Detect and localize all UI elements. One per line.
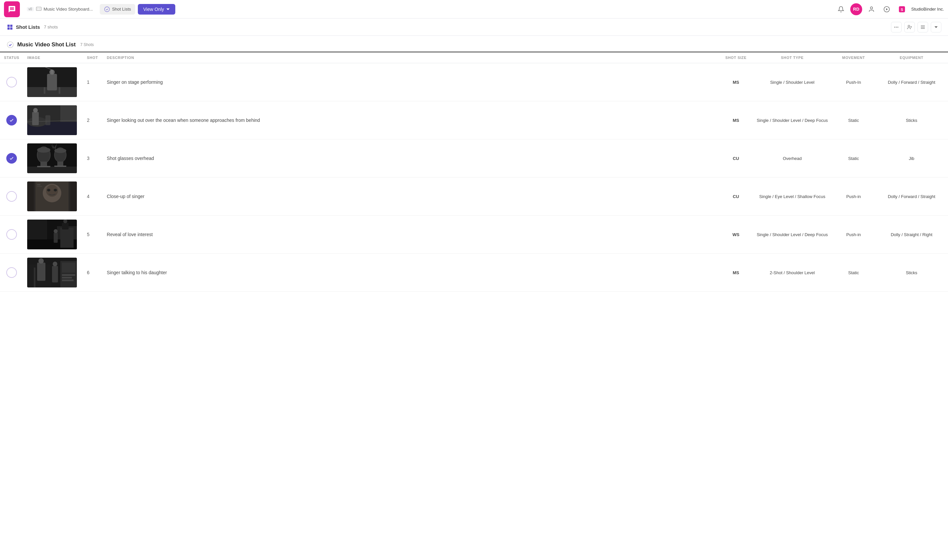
status-completed[interactable] xyxy=(6,153,17,164)
shots-table: STATUS IMAGE SHOT DESCRIPTION SHOT SIZE … xyxy=(0,52,948,292)
cell-equipment: Sticks xyxy=(875,102,948,139)
shot-list-count: 7 Shots xyxy=(80,42,94,47)
shot-list-name: Music Video Shot List xyxy=(17,42,76,48)
cell-shot-number: 2 xyxy=(83,102,103,139)
cell-status xyxy=(0,63,23,102)
cell-shot-size: CU xyxy=(719,139,752,177)
cell-shot-size: MS xyxy=(719,254,752,292)
table-row: 4 Close-up of singer CU Single / Eye Lev… xyxy=(0,177,948,215)
svg-rect-78 xyxy=(62,274,75,276)
cell-description: Close-up of singer xyxy=(103,177,719,215)
svg-rect-56 xyxy=(27,182,35,211)
cell-equipment: Dolly / Forward / Straight xyxy=(875,63,948,102)
cell-equipment: Jib xyxy=(875,139,948,177)
user-icon[interactable] xyxy=(865,3,877,15)
cell-equipment: Dolly / Straight / Right xyxy=(875,215,948,254)
table-row: 1 Singer on stage performing MS Single /… xyxy=(0,63,948,102)
status-pending[interactable] xyxy=(6,191,17,202)
col-header-shot: SHOT xyxy=(83,52,103,63)
cell-description: Singer looking out over the ocean when s… xyxy=(103,102,719,139)
status-pending[interactable] xyxy=(6,229,17,240)
cell-shot-size: MS xyxy=(719,63,752,102)
cell-movement: Push-in xyxy=(832,215,875,254)
cell-status xyxy=(0,139,23,177)
brand-icon[interactable]: S xyxy=(896,3,908,15)
cell-shot-number: 3 xyxy=(83,139,103,177)
cell-shot-type: Single / Shoulder Level xyxy=(752,63,832,102)
notifications-icon[interactable] xyxy=(835,3,847,15)
svg-rect-65 xyxy=(62,223,69,229)
svg-point-73 xyxy=(39,258,44,264)
sub-header-count: 7 shots xyxy=(44,25,58,29)
table-row: 3 Shot glasses overhead CU Overhead Stat… xyxy=(0,139,948,177)
storyboard-thumbnail[interactable] xyxy=(27,258,77,288)
svg-point-16 xyxy=(908,25,909,27)
svg-rect-64 xyxy=(60,228,74,248)
avatar-rd[interactable]: RD xyxy=(850,3,862,15)
svg-point-68 xyxy=(54,229,58,233)
svg-point-4 xyxy=(871,7,873,9)
cell-shot-type: Single / Shoulder Level / Deep Focus xyxy=(752,215,832,254)
nav-right-actions: RD S StudioBinder Inc. xyxy=(835,3,944,15)
status-completed[interactable] xyxy=(6,115,17,126)
view-only-button[interactable]: View Only xyxy=(138,4,175,15)
storyboard-thumbnail[interactable] xyxy=(27,182,77,211)
cell-shot-size: WS xyxy=(719,215,752,254)
cell-description: Singer on stage performing xyxy=(103,63,719,102)
logo-button[interactable] xyxy=(4,2,20,17)
svg-rect-1 xyxy=(37,8,39,9)
cell-shot-type: 2-Shot / Shoulder Level xyxy=(752,254,832,292)
storyboard-thumbnail[interactable] xyxy=(27,105,77,135)
shotlists-nav-tab[interactable]: Shot Lists xyxy=(100,4,135,15)
sub-header-shotlists-icon xyxy=(7,24,13,31)
svg-rect-10 xyxy=(10,25,12,27)
dropdown-arrow-button[interactable] xyxy=(931,22,941,32)
col-header-movement: MOVEMENT xyxy=(832,52,875,63)
col-header-description: DESCRIPTION xyxy=(103,52,719,63)
cell-status xyxy=(0,102,23,139)
svg-rect-43 xyxy=(40,162,47,166)
add-member-button[interactable] xyxy=(904,22,915,32)
storyboard-thumbnail[interactable] xyxy=(27,220,77,249)
storyboard-thumbnail[interactable] xyxy=(27,67,77,97)
cell-image xyxy=(23,254,83,292)
status-pending[interactable] xyxy=(6,77,17,88)
svg-point-54 xyxy=(47,189,50,191)
play-icon[interactable] xyxy=(881,3,893,15)
cell-image xyxy=(23,215,83,254)
layout-toggle-button[interactable] xyxy=(917,22,928,32)
svg-point-46 xyxy=(54,148,66,153)
svg-rect-67 xyxy=(54,233,58,243)
svg-rect-25 xyxy=(47,74,57,91)
svg-point-22 xyxy=(7,42,13,48)
sub-header: Shot Lists 7 shots xyxy=(0,18,948,36)
sub-header-actions xyxy=(891,22,941,32)
svg-rect-36 xyxy=(45,115,50,125)
cell-description: Reveal of love interest xyxy=(103,215,719,254)
cell-shot-number: 5 xyxy=(83,215,103,254)
table-row: 6 Singer talking to his daughter MS 2-Sh… xyxy=(0,254,948,292)
svg-rect-30 xyxy=(59,87,60,94)
cell-description: Singer talking to his daughter xyxy=(103,254,719,292)
more-options-button[interactable] xyxy=(891,22,902,32)
cell-image xyxy=(23,139,83,177)
storyboard-thumbnail[interactable] xyxy=(27,143,77,173)
table-row: 5 Reveal of love interest WS Single / Sh… xyxy=(0,215,948,254)
cell-shot-number: 1 xyxy=(83,63,103,102)
cell-shot-number: 4 xyxy=(83,177,103,215)
svg-rect-47 xyxy=(57,162,63,166)
cell-shot-type: Overhead xyxy=(752,139,832,177)
shotlists-nav-tab-label: Shot Lists xyxy=(112,7,131,12)
cell-movement: Static xyxy=(832,102,875,139)
cell-equipment: Dolly / Forward / Straight xyxy=(875,177,948,215)
storyboard-tab[interactable]: v0 Music Video Storyboard... xyxy=(23,4,97,15)
status-pending[interactable] xyxy=(6,267,17,278)
svg-point-13 xyxy=(894,26,895,28)
svg-rect-20 xyxy=(921,27,925,27)
table-row: 2 Singer looking out over the ocean when… xyxy=(0,102,948,139)
cell-shot-type: Single / Eye Level / Shallow Focus xyxy=(752,177,832,215)
svg-marker-6 xyxy=(886,8,888,10)
cell-description: Shot glasses overhead xyxy=(103,139,719,177)
cell-status xyxy=(0,177,23,215)
studio-binder-label: StudioBinder Inc. xyxy=(911,7,944,12)
